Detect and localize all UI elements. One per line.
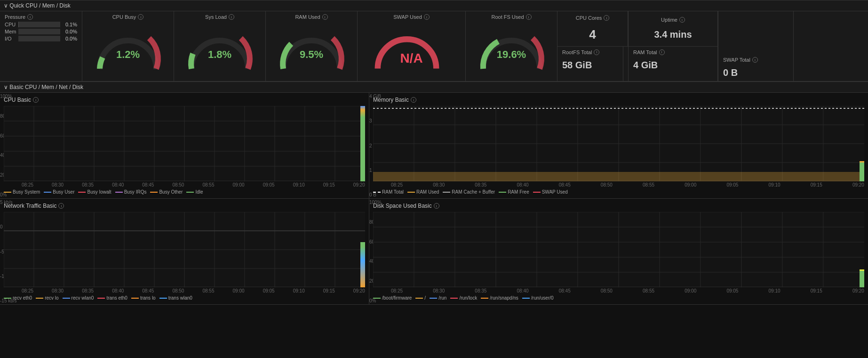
swap-column: SWAP Total i 0 B [718, 11, 794, 81]
swap-used-info-icon[interactable]: i [424, 14, 430, 20]
disk-basic-grid-svg [373, 212, 864, 287]
net-legend-trans-lo-icon [131, 298, 139, 299]
pressure-panel: Pressure i CPU 0.1% Mem 0.0% I/O 0.0% [0, 11, 82, 81]
cpu-busy-info-icon[interactable]: i [138, 14, 143, 20]
cpu-basic-title: CPU Basic i [4, 97, 365, 103]
network-basic-chart-content [4, 212, 365, 287]
mem-legend-ram-cache-icon [443, 192, 450, 193]
cpu-basic-info-icon[interactable]: i [33, 97, 39, 103]
cpu-legend-busy-iowalt-icon [78, 192, 86, 193]
pressure-mem-bar-bg [18, 29, 60, 34]
cpu-basic-panel: CPU Basic i 100% 80% 60% 40% 20% 0% [0, 93, 369, 199]
cpu-cores-title: CPU Cores [576, 15, 602, 21]
disk-basic-panel: Disk Space Used Basic i 100% 80% 60% 40%… [369, 199, 868, 305]
sys-load-gauge-svg [182, 22, 257, 73]
disk-legend-run-lock-icon [450, 298, 458, 299]
ram-used-value: 9.5% [300, 49, 323, 61]
swap-total-title: SWAP Total [723, 57, 750, 63]
disk-basic-title: Disk Space Used Basic i [373, 203, 864, 209]
pressure-cpu-value: 0.1% [62, 22, 77, 27]
pressure-io-value: 0.0% [62, 36, 77, 41]
stat-column: CPU Cores i 4 RootFS Total i 58 GiB [557, 11, 629, 81]
swap-total-info-icon[interactable]: i [752, 57, 758, 63]
ram-total-panel: RAM Total i 4 GiB [629, 47, 718, 81]
ram-used-info-icon[interactable]: i [322, 14, 328, 20]
network-basic-info-icon[interactable]: i [58, 203, 64, 209]
pressure-cpu-row: CPU 0.1% [5, 22, 77, 27]
uptime-ram-column: Uptime i 3.4 mins RAM Total i 4 GiB [629, 11, 718, 81]
ram-total-value: 4 GiB [633, 60, 713, 71]
pressure-mem-value: 0.0% [62, 29, 77, 34]
memory-basic-legend: RAM Total RAM Used RAM Cache + Buffer RA… [373, 189, 864, 195]
basic-row-1: CPU Basic i 100% 80% 60% 40% 20% 0% [0, 93, 868, 199]
swap-used-gauge: N/A [369, 22, 454, 78]
disk-legend-run-user-icon [522, 298, 530, 299]
ram-used-gauge-svg [274, 22, 349, 73]
pressure-title: Pressure [5, 14, 25, 20]
pressure-mem-row: Mem 0.0% [5, 29, 77, 34]
network-basic-x-axis: 08:25 08:30 08:35 08:40 08:45 08:50 08:5… [4, 287, 365, 293]
disk-spike-bar-2 [860, 269, 864, 271]
disk-basic-x-axis: 08:25 08:30 08:35 08:40 08:45 08:50 08:5… [373, 287, 864, 293]
ram-total-title: RAM Total [633, 49, 657, 55]
cpu-legend-busy-user-icon [44, 192, 51, 193]
root-fs-gauge-svg [474, 22, 549, 73]
sys-load-panel: Sys Load i 1.8% [174, 11, 266, 81]
cpu-basic-x-axis: 08:25 08:30 08:35 08:40 08:45 08:50 08:5… [4, 181, 365, 187]
mem-legend-ram-free-icon [499, 192, 506, 193]
cpu-basic-grid-svg [4, 106, 365, 181]
pressure-cpu-bar-fill [18, 22, 19, 27]
disk-basic-chart-area: 100% 80% 60% 40% 20% 0% [373, 212, 864, 287]
network-spike-bar [360, 242, 365, 287]
root-fs-total-title: RootFS Total [562, 49, 592, 55]
memory-basic-x-axis: 08:25 08:30 08:35 08:40 08:45 08:50 08:5… [373, 181, 864, 187]
basic-collapse-icon: ∨ [4, 84, 8, 90]
root-fs-gauge: 19.6% [474, 22, 549, 73]
ram-used-gauge: 9.5% [274, 22, 349, 73]
disk-legend-run-snapd-icon [481, 298, 488, 299]
disk-basic-info-icon[interactable]: i [434, 203, 439, 209]
root-fs-used-info-icon[interactable]: i [526, 14, 532, 20]
basic-section: CPU Basic i 100% 80% 60% 40% 20% 0% [0, 93, 868, 305]
swap-used-panel: SWAP Used i N/A [358, 11, 466, 81]
cpu-busy-title: CPU Busy [112, 14, 136, 20]
quick-row: Pressure i CPU 0.1% Mem 0.0% I/O 0.0% [0, 11, 868, 81]
swap-total-panel: SWAP Total i 0 B [718, 11, 794, 81]
memory-spike-bar-2 [860, 161, 864, 163]
net-legend-trans-wlan0-icon [159, 298, 167, 299]
sys-load-info-icon[interactable]: i [229, 14, 234, 20]
memory-basic-chart-content [373, 106, 864, 181]
ram-used-title: RAM Used [295, 14, 320, 20]
pressure-info-icon[interactable]: i [27, 14, 33, 20]
cpu-basic-chart-content [4, 106, 365, 181]
memory-basic-info-icon[interactable]: i [411, 97, 416, 103]
memory-basic-chart-area: 4 GiB 3 GiB 2 GiB 1 GiB 0 B [373, 106, 864, 181]
cpu-busy-panel: CPU Busy i 1.2% [82, 11, 174, 81]
ram-total-info-icon[interactable]: i [659, 49, 665, 55]
network-basic-title: Network Traffic Basic i [4, 203, 365, 209]
cpu-basic-chart-area: 100% 80% 60% 40% 20% 0% [4, 106, 365, 181]
collapse-icon: ∨ [4, 2, 8, 9]
sys-load-gauge: 1.8% [182, 22, 257, 73]
mem-legend-swap-used-icon [533, 192, 541, 193]
cpu-legend-idle-icon [186, 192, 194, 193]
uptime-value: 3.4 mins [654, 29, 692, 40]
pressure-mem-label: Mem [5, 29, 16, 34]
network-basic-grid-svg [4, 212, 365, 287]
root-fs-used-title: Root FS Used [491, 14, 524, 20]
root-fs-total-info-icon[interactable]: i [594, 49, 599, 55]
cpu-cores-info-icon[interactable]: i [604, 15, 609, 21]
disk-legend-run-icon [430, 298, 437, 299]
root-fs-total-panel: RootFS Total i 58 GiB [557, 47, 623, 81]
pressure-io-bar-bg [18, 36, 60, 41]
quick-section-header[interactable]: ∨ Quick CPU / Mem / Disk [0, 0, 868, 11]
pressure-io-row: I/O 0.0% [5, 36, 77, 41]
swap-used-title: SWAP Used [393, 14, 422, 20]
basic-section-header[interactable]: ∨ Basic CPU / Mem / Net / Disk [0, 81, 868, 93]
cpu-cores-panel: CPU Cores i 4 [557, 11, 628, 47]
memory-basic-title: Memory Basic i [373, 97, 864, 103]
disk-basic-legend: /boot/firmware / /run /run/lock /run/sna… [373, 295, 864, 301]
network-basic-chart-area: 5 kb/s 0 b/s -5 kb/s -10 kb/s -15 kb/s [4, 212, 365, 287]
uptime-info-icon[interactable]: i [679, 17, 685, 23]
pressure-cpu-bar-bg [18, 22, 60, 27]
